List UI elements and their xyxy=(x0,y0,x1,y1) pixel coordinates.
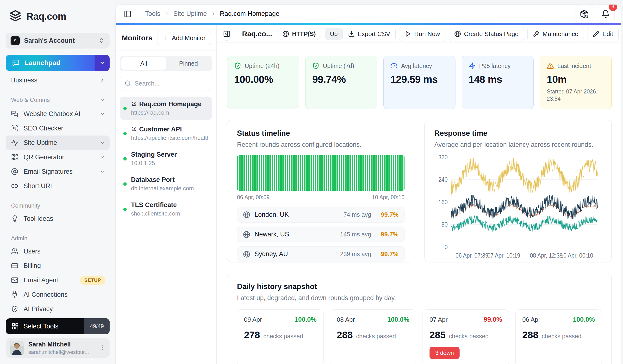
globe-icon xyxy=(282,30,289,37)
monitor-item[interactable]: Raq.com Homepage https://raq.com xyxy=(120,97,212,120)
monitor-item[interactable]: Database Port db.internal.example.com xyxy=(120,172,212,195)
stat-label: Uptime (7d) xyxy=(323,63,354,69)
sidebar-item-label: Email Agent xyxy=(23,277,75,284)
collapse-panel-button[interactable] xyxy=(223,27,230,41)
pin-icon xyxy=(131,101,137,107)
launchpad-button[interactable]: Launchpad xyxy=(6,55,110,71)
seo-icon xyxy=(11,125,18,132)
section-label: Community xyxy=(11,202,105,209)
create-status-page-button[interactable]: Create Status Page xyxy=(449,27,524,41)
location-row[interactable]: Sydney, AU 239 ms avg 99.7% xyxy=(237,246,404,262)
breadcrumb-site-uptime[interactable]: Site Uptime xyxy=(173,10,207,18)
chevron-down-icon xyxy=(99,60,106,66)
setup-badge: SETUP xyxy=(80,276,105,285)
daily-history-card: Daily history snapshot Latest up, degrad… xyxy=(227,273,612,364)
sidebar: Raq.com s Sarah's Account Launchpad Busi… xyxy=(0,0,115,364)
sidebar-item-qr-generator[interactable]: QR Generator xyxy=(6,150,110,164)
chevron-down-icon xyxy=(99,169,105,174)
day-card: 09 Apr 100.0% 278 checks passed xyxy=(237,309,324,364)
select-tools-button[interactable]: Select Tools 49/49 xyxy=(6,318,110,334)
stat-uptime-7d: Uptime (7d) 99.74% xyxy=(305,56,377,109)
svg-text:07 Apr, 10:19: 07 Apr, 10:19 xyxy=(488,252,520,259)
sidebar-item-tool-ideas[interactable]: Tool Ideas xyxy=(6,212,110,226)
sidebar-item-short-url[interactable]: Short URL xyxy=(6,179,110,193)
monitor-item[interactable]: Staging Server 10.0.1.25 xyxy=(120,147,212,170)
stat-value: 129.59 ms xyxy=(390,74,448,85)
divider xyxy=(139,10,139,18)
monitor-type-label: HTTP(S) xyxy=(292,30,316,38)
day-checks-label: checks passed xyxy=(542,333,581,340)
add-monitor-button[interactable]: Add Monitor xyxy=(157,31,211,45)
main-panel: Tools Site Uptime Raq.com Homepage 3 Mon… xyxy=(115,4,621,364)
sidebar-item-business[interactable]: Business xyxy=(6,73,110,87)
package-search-button[interactable] xyxy=(575,5,593,23)
export-csv-button[interactable]: Export CSV xyxy=(342,27,396,41)
monitor-type-badge: HTTP(S) xyxy=(277,28,321,40)
card-title: Daily history snapshot xyxy=(237,282,602,291)
sidebar-item-email-signatures[interactable]: Email Signatures xyxy=(6,164,110,179)
zap-icon xyxy=(469,62,476,69)
day-checks-label: checks passed xyxy=(356,333,396,340)
tab-all[interactable]: All xyxy=(121,57,166,70)
add-monitor-label: Add Monitor xyxy=(172,34,205,42)
sidebar-item-email-agent[interactable]: Email Agent SETUP xyxy=(6,273,110,287)
short-url-icon xyxy=(11,182,18,190)
monitor-item[interactable]: TLS Certificate shop.clientsite.com xyxy=(120,197,212,221)
page-title: Raq.co... xyxy=(242,30,272,38)
sidebar-toggle-button[interactable] xyxy=(122,8,134,20)
sidebar-admin-nav: Users Billing Email Agent SETUP AI Conne… xyxy=(6,244,110,316)
section-label: Web & Comms xyxy=(11,97,99,103)
run-now-button[interactable]: Run Now xyxy=(399,27,445,41)
sidebar-item-website-chatbox-ai[interactable]: Website Chatbox AI xyxy=(6,107,110,121)
create-status-page-label: Create Status Page xyxy=(464,30,518,38)
accent-gradient-bar xyxy=(116,23,621,25)
day-uptime-pct: 99.0% xyxy=(484,316,502,323)
monitor-url: https://api.clientsite.com/health xyxy=(131,134,209,141)
day-uptime-pct: 100.0% xyxy=(294,316,316,323)
day-card: 06 Apr 100.0% 288 checks passed xyxy=(515,309,602,364)
launchpad-expand-button[interactable] xyxy=(95,55,110,71)
bell-icon xyxy=(601,10,610,18)
chevron-down-icon xyxy=(99,97,105,103)
sidebar-item-seo-checker[interactable]: SEO Checker xyxy=(6,121,110,135)
user-menu[interactable]: Sarah Mitchell sarah.mitchell@westbur... xyxy=(6,338,110,358)
section-web-comms[interactable]: Web & Comms xyxy=(6,97,110,103)
sidebar-item-label: AI Connections xyxy=(23,291,105,299)
location-name: Sydney, AU xyxy=(255,250,336,258)
monitor-item[interactable]: Customer API https://api.clientsite.com/… xyxy=(120,122,212,145)
monitor-url: shop.clientsite.com xyxy=(131,210,180,217)
account-switcher[interactable]: s Sarah's Account xyxy=(6,33,110,48)
tab-pinned[interactable]: Pinned xyxy=(166,57,211,70)
chatbox-icon xyxy=(11,110,18,117)
location-row[interactable]: Newark, US 145 ms avg 99.7% xyxy=(237,227,404,242)
monitors-title: Monitors xyxy=(122,34,152,42)
location-row[interactable]: London, UK 74 ms avg 99.7% xyxy=(237,207,404,223)
kebab-icon[interactable] xyxy=(99,344,106,351)
account-avatar: s xyxy=(11,36,20,45)
response-time-card: Response time Average and per-location l… xyxy=(424,120,612,262)
search-input[interactable] xyxy=(134,80,207,87)
shield-check-icon xyxy=(312,62,319,69)
app-logo: Raq.com xyxy=(6,10,110,23)
response-time-chart: 08016024032006 Apr, 07:3907 Apr, 10:1908… xyxy=(434,151,602,264)
sidebar-item-ai-connections[interactable]: AI Connections xyxy=(6,287,110,302)
breadcrumb-tools[interactable]: Tools xyxy=(145,10,160,18)
monitor-search[interactable] xyxy=(120,76,212,91)
sidebar-item-users[interactable]: Users xyxy=(6,244,110,258)
sidebar-item-billing[interactable]: Billing xyxy=(6,258,110,273)
day-cards: 09 Apr 100.0% 278 checks passed 08 Apr xyxy=(237,309,602,364)
status-dot xyxy=(123,157,127,160)
export-csv-label: Export CSV xyxy=(358,30,390,38)
maintenance-button[interactable]: Maintenance xyxy=(527,27,584,41)
timeline-end-label: 10 Apr, 00:10 xyxy=(372,194,404,201)
monitor-name: Customer API xyxy=(139,126,182,133)
section-label: Admin xyxy=(11,235,105,242)
card-subtitle: Average and per-location latency across … xyxy=(434,141,602,149)
chevron-right-icon xyxy=(164,11,169,17)
sidebar-item-site-uptime[interactable]: Site Uptime xyxy=(6,135,110,150)
monitor-list: Raq.com Homepage https://raq.com Custome… xyxy=(120,97,212,221)
edit-button[interactable]: Edit xyxy=(587,27,619,41)
sidebar-item-ai-privacy[interactable]: AI Privacy xyxy=(6,302,110,316)
notifications-button[interactable]: 3 xyxy=(597,5,615,23)
day-card: 08 Apr 100.0% 288 checks passed xyxy=(330,309,416,364)
